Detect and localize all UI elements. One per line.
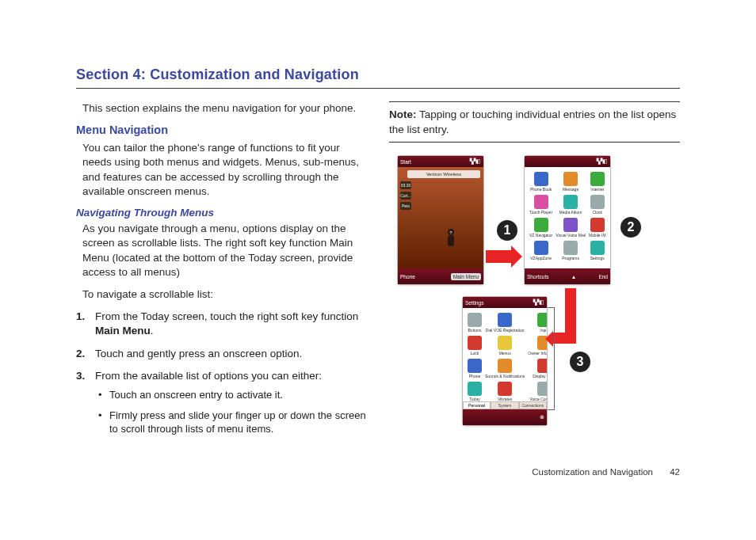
question-figure-icon: ? <box>444 227 458 249</box>
app-icon: Menus <box>485 336 525 356</box>
paragraph-tailor: You can tailor the phone's range of func… <box>82 141 367 199</box>
app-icon: Settings <box>589 241 606 260</box>
heading-navigating: Navigating Through Menus <box>76 207 367 219</box>
app-icon: Message <box>556 172 586 192</box>
right-column: Note: Tapping or touching individual ent… <box>389 101 680 444</box>
note-text: Tapping or touching individual entries o… <box>389 108 676 135</box>
intro-text: This section explains the menu navigatio… <box>82 101 367 116</box>
app-icon: Media Album <box>556 195 586 215</box>
callout-2: 2 <box>620 217 641 238</box>
step-1-post: . <box>151 325 154 337</box>
app-icon: VZAppZone <box>529 241 552 260</box>
section-title: Section 4: Customization and Navigation <box>76 67 680 89</box>
app-icon: Today <box>468 382 482 401</box>
app-icon: Lock <box>468 336 482 356</box>
bullet-2: Firmly press and slide your finger up or… <box>109 409 367 436</box>
softkey-main-menu: Main Menu <box>451 273 481 280</box>
arrow-step2-v <box>553 333 566 344</box>
phone-main-menu: ▝▞◧ Phone BookMessageInternetTouch Playe… <box>524 155 611 285</box>
app-icon: Mobile IM <box>589 218 606 238</box>
phone-today: Start▝▞◧ Verizon Wireless 03:20 Cort... … <box>397 155 484 285</box>
svg-rect-1 <box>448 235 454 246</box>
softkey-end: End <box>598 274 608 280</box>
callout-1: 1 <box>497 220 517 241</box>
step-1-strong: Main Menu <box>95 325 151 337</box>
app-icon: Phone <box>468 359 482 378</box>
app-icon: Owner Information <box>528 336 547 356</box>
step-3: 3.From the available list of options you… <box>95 369 367 436</box>
today-chip: 03:20 <box>400 181 411 189</box>
app-icon: Programs <box>556 241 586 260</box>
left-column: This section explains the menu navigatio… <box>76 101 367 444</box>
step-2: 2.Touch and gently press an onscreen opt… <box>95 347 367 361</box>
today-chip: Cort... <box>400 192 411 200</box>
app-icon: Clock <box>589 195 606 215</box>
bullet-1: Touch an onscreen entry to activate it. <box>109 388 367 402</box>
app-icon: Input <box>528 313 547 333</box>
softkey-shortcuts: Shortcuts <box>527 274 548 280</box>
tab-system: System <box>491 401 518 409</box>
up-arrow-icon: ▲ <box>571 274 576 280</box>
tab-connections: Connections <box>519 401 547 409</box>
phone1-title: Start <box>400 159 411 165</box>
arrow-step2-h <box>565 288 576 344</box>
bracket-settings <box>548 307 555 410</box>
arrow-step1 <box>486 250 513 263</box>
navigation-diagram: Start▝▞◧ Verizon Wireless 03:20 Cort... … <box>389 155 680 440</box>
note-label: Note: <box>389 108 417 120</box>
paragraph-navigate: As you navigate through a menu, options … <box>82 222 367 280</box>
note-box: Note: Tapping or touching individual ent… <box>389 101 680 143</box>
phone3-title: Settings <box>465 300 484 306</box>
app-icon: Dial VOE Registration <box>485 313 525 333</box>
signal-icon: ▝▞◧ <box>468 158 481 165</box>
app-icon: Touch Player <box>529 195 552 215</box>
step-1-pre: From the Today screen, touch the right s… <box>95 310 358 322</box>
app-icon: Visual Voice Mail <box>556 218 586 238</box>
app-icon: Sounds & Notifications <box>485 359 525 378</box>
app-icon: Phone Book <box>529 172 552 192</box>
paragraph-to-navigate: To navigate a scrollable list: <box>82 287 367 302</box>
signal-icon: ▝▞◧ <box>531 299 544 306</box>
app-icon: Voice Command <box>528 382 547 401</box>
app-icon: Internet <box>589 172 606 192</box>
app-icon: VZ Navigator <box>529 218 552 238</box>
tab-personal: Personal <box>463 401 491 409</box>
carrier-banner: Verizon Wireless <box>407 170 480 178</box>
phone-settings: Settings▝▞◧ ButtonsDial VOE Registration… <box>462 296 548 426</box>
page-footer: Customization and Navigation 42 <box>532 467 680 477</box>
app-icon: Display Prefs <box>528 359 547 378</box>
footer-page-number: 42 <box>670 467 680 477</box>
softkey-phone: Phone <box>400 274 415 280</box>
footer-section: Customization and Navigation <box>532 467 653 477</box>
signal-icon: ▝▞◧ <box>594 158 608 165</box>
today-chip: Pets <box>400 202 411 210</box>
step-1: 1. From the Today screen, touch the righ… <box>95 310 367 338</box>
heading-menu-navigation: Menu Navigation <box>76 124 367 136</box>
ok-icon: ⊗ <box>540 414 544 420</box>
app-icon: Vibrates <box>485 382 525 401</box>
callout-3: 3 <box>570 352 590 372</box>
app-icon: Buttons <box>468 313 482 333</box>
